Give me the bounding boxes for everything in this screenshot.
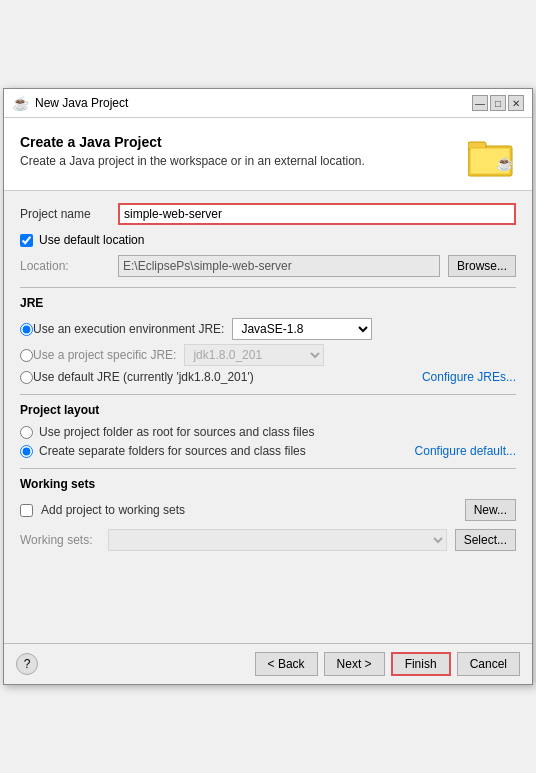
jre-option3-row: Use default JRE (currently 'jdk1.8.0_201… — [20, 370, 516, 384]
working-sets-dropdown[interactable] — [108, 529, 447, 551]
working-sets-row: Working sets: Select... — [20, 529, 516, 551]
jre-separator — [20, 287, 516, 288]
project-name-input[interactable] — [118, 203, 516, 225]
jre-specific-dropdown[interactable]: jdk1.8.0_201 — [184, 344, 324, 366]
default-location-label[interactable]: Use default location — [39, 233, 144, 247]
layout-option2-radio[interactable] — [20, 445, 33, 458]
header-text: Create a Java Project Create a Java proj… — [20, 134, 365, 168]
layout-section: Use project folder as root for sources a… — [20, 425, 516, 458]
back-button[interactable]: < Back — [255, 652, 318, 676]
jre-option1-radio[interactable] — [20, 323, 33, 336]
header-title: Create a Java Project — [20, 134, 365, 150]
maximize-button[interactable]: □ — [490, 95, 506, 111]
close-button[interactable]: ✕ — [508, 95, 524, 111]
working-sets-label: Working sets: — [20, 533, 100, 547]
location-label: Location: — [20, 259, 110, 273]
layout-option1-row: Use project folder as root for sources a… — [20, 425, 516, 439]
project-name-label: Project name — [20, 207, 110, 221]
location-input[interactable] — [118, 255, 440, 277]
jre-option2-row: Use a project specific JRE: jdk1.8.0_201 — [20, 344, 516, 366]
jre-environment-dropdown[interactable]: JavaSE-1.8 — [232, 318, 372, 340]
project-name-row: Project name — [20, 203, 516, 225]
select-button[interactable]: Select... — [455, 529, 516, 551]
working-sets-title: Working sets — [20, 477, 516, 491]
layout-option2-label[interactable]: Create separate folders for sources and … — [39, 444, 409, 458]
jre-option3-label[interactable]: Use default JRE (currently 'jdk1.8.0_201… — [33, 370, 254, 384]
title-bar-text: New Java Project — [35, 96, 466, 110]
configure-jres-link[interactable]: Configure JREs... — [422, 370, 516, 384]
finish-button[interactable]: Finish — [391, 652, 451, 676]
layout-option2-row: Create separate folders for sources and … — [20, 444, 516, 458]
layout-option1-radio[interactable] — [20, 426, 33, 439]
dialog: ☕ New Java Project — □ ✕ Create a Java P… — [3, 88, 533, 685]
jre-radio-group: Use an execution environment JRE: JavaSE… — [20, 318, 516, 384]
project-layout-title: Project layout — [20, 403, 516, 417]
jre-option1-label[interactable]: Use an execution environment JRE: — [33, 322, 224, 336]
java-icon: ☕ — [12, 95, 29, 111]
add-working-sets-row: Add project to working sets New... — [20, 499, 516, 521]
default-location-checkbox[interactable] — [20, 234, 33, 247]
layout-option1-label[interactable]: Use project folder as root for sources a… — [39, 425, 314, 439]
dialog-header: Create a Java Project Create a Java proj… — [4, 118, 532, 191]
jre-title: JRE — [20, 296, 516, 310]
minimize-button[interactable]: — — [472, 95, 488, 111]
jre-option2-radio[interactable] — [20, 349, 33, 362]
jre-option1-row: Use an execution environment JRE: JavaSE… — [20, 318, 516, 340]
help-button[interactable]: ? — [16, 653, 38, 675]
working-sets-separator — [20, 468, 516, 469]
default-location-row: Use default location — [20, 233, 516, 247]
folder-icon: ☕ — [468, 138, 516, 178]
title-bar-controls: — □ ✕ — [472, 95, 524, 111]
dialog-body: Project name Use default location Locati… — [4, 191, 532, 563]
layout-separator — [20, 394, 516, 395]
add-working-sets-checkbox[interactable] — [20, 504, 33, 517]
next-button[interactable]: Next > — [324, 652, 385, 676]
browse-button[interactable]: Browse... — [448, 255, 516, 277]
new-working-set-button[interactable]: New... — [465, 499, 516, 521]
jre-option3-radio[interactable] — [20, 371, 33, 384]
configure-default-link[interactable]: Configure default... — [415, 444, 516, 458]
jre-option2-label[interactable]: Use a project specific JRE: — [33, 348, 176, 362]
header-description: Create a Java project in the workspace o… — [20, 154, 365, 168]
location-row: Location: Browse... — [20, 255, 516, 277]
add-working-sets-label[interactable]: Add project to working sets — [41, 503, 457, 517]
cancel-button[interactable]: Cancel — [457, 652, 520, 676]
svg-text:☕: ☕ — [496, 155, 514, 172]
body-spacer — [4, 563, 532, 643]
title-bar: ☕ New Java Project — □ ✕ — [4, 89, 532, 118]
dialog-footer: ? < Back Next > Finish Cancel — [4, 643, 532, 684]
